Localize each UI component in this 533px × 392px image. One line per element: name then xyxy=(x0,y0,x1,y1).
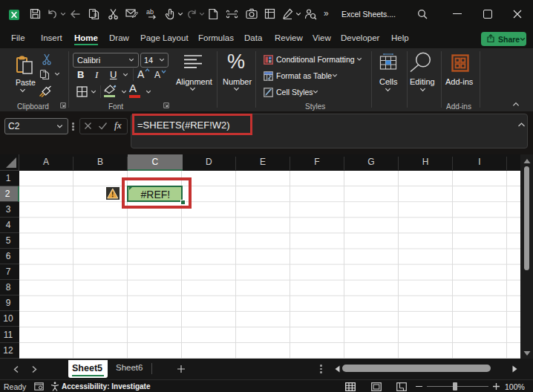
svg-text:ab: ab xyxy=(146,8,154,16)
